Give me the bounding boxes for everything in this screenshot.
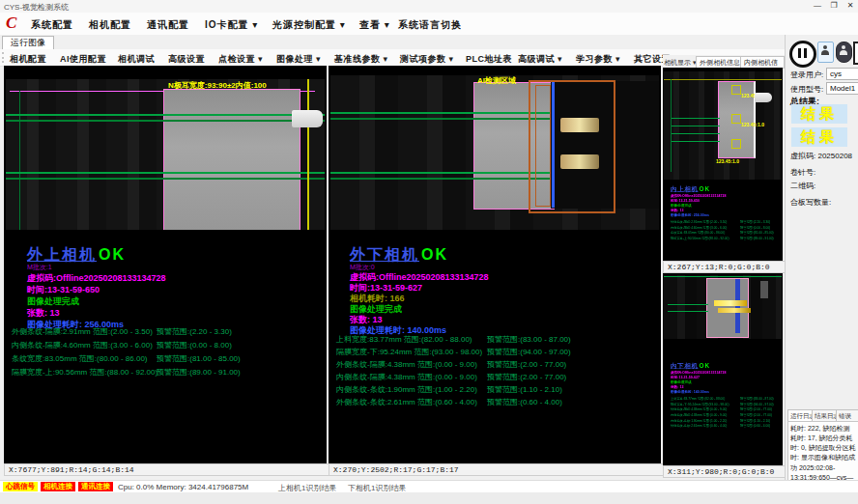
measure-line <box>672 126 720 126</box>
camera-name: 外上相机 <box>27 246 97 263</box>
result-ok: OK <box>99 246 126 264</box>
menu-bar: C 系统配置 相机配置 通讯配置 IO卡配置 ▾ 光源控制配置 ▾ 查看 ▾ 系… <box>0 13 858 36</box>
measure-line <box>672 141 720 142</box>
camera-display-label[interactable]: 相机显示 ▾ <box>664 58 696 68</box>
login-user-label: 登录用户: <box>790 70 823 80</box>
tool-image-process[interactable]: 图像处理 ▾ <box>276 53 321 66</box>
menu-light-config[interactable]: 光源控制配置 ▾ <box>272 18 346 32</box>
ruler-line <box>664 79 782 80</box>
camera-name: 外下相机 <box>350 246 419 263</box>
menu-view[interactable]: 查看 ▾ <box>359 18 390 32</box>
warn-range: 预警范围:(0.00 - 8.00) <box>740 226 770 230</box>
title-bar: CYS-视觉检测系统 — ❐ ✕ <box>0 0 858 14</box>
camera-view-outer-lower[interactable]: AI检测区域 <box>330 75 659 230</box>
exit-button[interactable]: ➜ <box>853 42 858 65</box>
warn-range: 预警范围:(0.60 - 4.00) <box>740 424 770 428</box>
mini-camera-view-upper[interactable]: 123.45:1.0 123.45:1.0 123.45:1.0 <box>664 71 782 180</box>
tool-learn-param[interactable]: 学习参数 ▾ <box>576 53 620 66</box>
toolbar-grip-icon <box>2 52 7 63</box>
defect-blob <box>560 154 599 169</box>
measure-value: 内侧条纹-条纹:1.90mm 范围:(1.00 - 2.20) <box>336 385 477 394</box>
edge-line <box>552 82 555 208</box>
qr-label: 二维码: <box>790 181 815 191</box>
user-switch-button[interactable] <box>836 42 852 63</box>
camera-view-outer-upper[interactable]: N极耳宽度:93:90±2内值:100 <box>6 79 325 230</box>
tab-run-image[interactable]: 运行图像 <box>2 36 54 49</box>
app-logo-icon: C <box>6 14 16 33</box>
comm-link-badge: 通讯连接 <box>78 482 113 491</box>
app-window: CYS-视觉检测系统 — ❐ ✕ C 系统配置 相机配置 通讯配置 IO卡配置 … <box>0 0 858 504</box>
measure-row: 内侧条纹-隔膜:4.38mm 范围:(0.00 - 9.00) 预警范围:(2.… <box>336 372 657 382</box>
mini-camera-view-lower[interactable] <box>664 275 782 339</box>
warn-range: 预警范围:(1.10 - 2.10) <box>487 384 562 395</box>
warn-range: 预警范围:(81.00 - 85.00) <box>740 231 774 235</box>
measure-value: 外侧条纹-隔膜:4.38mm 范围:(0.00 - 9.00) <box>336 360 477 369</box>
control-sidebar: ➜ 登录用户: cys 使用型号: Model1 总结果: 结果 结果 虚拟码:… <box>785 35 858 492</box>
pause-icon <box>798 48 801 58</box>
tool-plc-table[interactable]: PLC地址表 <box>466 53 512 66</box>
tab-connector-blob <box>292 110 323 127</box>
camera-panel-outer-lower: AI检测区域 外下相机OK M批次:0 虚拟码:Offline202502081… <box>329 66 661 463</box>
camera-name: 内上相机 <box>671 185 699 192</box>
maximize-icon[interactable]: ❐ <box>826 0 842 12</box>
model-field[interactable]: Model1 <box>826 82 858 95</box>
menu-io-config[interactable]: IO卡配置 ▾ <box>205 18 258 32</box>
edge-line <box>735 279 740 333</box>
roi-box <box>731 114 741 124</box>
guide-line <box>19 91 20 230</box>
login-user-field[interactable]: cys <box>826 68 858 80</box>
measure-line <box>668 311 708 312</box>
measure-row: 外侧条纹-隔膜:2.91mm 范围:(2.00 - 3.50) 预警范围:(2.… <box>12 326 321 337</box>
camera-name: 内下相机 <box>671 362 699 369</box>
write-count-label: 合板写数量: <box>790 197 831 208</box>
menu-comm-config[interactable]: 通讯配置 <box>147 18 189 32</box>
measure-line <box>330 118 553 120</box>
ai-detect-box-inner <box>535 85 551 207</box>
measure-row: 外侧条纹-隔膜:2.91mm 范围:(2.00 - 3.50) <box>671 220 727 224</box>
defect-blob <box>560 118 599 132</box>
roi-box <box>731 139 741 149</box>
tool-baseline-param[interactable]: 基准线参数 ▾ <box>334 53 388 66</box>
guide-line <box>664 276 782 277</box>
measure-row: 隔膜宽度-上:90.56mm 范围:(88.00 - 92.00) <box>671 237 729 240</box>
warn-range: 预警范围:(2.20 - 3.30) <box>740 220 770 224</box>
minimize-icon[interactable]: — <box>810 0 825 12</box>
menu-system-config[interactable]: 系统配置 <box>31 18 73 32</box>
camera-result-title: 内上相机OK <box>671 185 710 193</box>
tool-camera-debug[interactable]: 相机调试 <box>118 53 155 66</box>
menu-language-switch[interactable]: 系统语言切换 <box>398 18 462 32</box>
warn-range: 预警范围:(0.60 - 4.00) <box>487 397 562 407</box>
measure-line <box>330 172 553 174</box>
mini-panel-inner-lower: 内下相机OK 虚拟码:Offline20250208133134728 时间:1… <box>663 273 783 465</box>
image-annotation: N极耳宽度:93:90±2内值:100 <box>168 80 267 91</box>
image-annotation: AI检测区域 <box>477 75 516 86</box>
result-ok: OK <box>700 185 710 192</box>
measure-row: 外侧条纹-隔膜:4.38mm 范围:(0.00 - 9.00) <box>671 407 727 411</box>
warn-range: 预警范围:(1.10 - 2.10) <box>740 418 770 422</box>
tool-advanced-set[interactable]: 高级设置 <box>168 53 205 66</box>
pixel-coord-bar-left: X:7677;Y:891;R:14;G:14;B:14 <box>4 463 330 476</box>
vcode-value: 20250208 <box>817 152 852 160</box>
measure-value: 上料宽度:83.77mm 范围:(82.00 - 88.00) <box>336 335 472 344</box>
measure-row: 条纹宽度:83.05mm 范围:(80.00 - 86.00) 预警范围:(81… <box>12 353 321 364</box>
measure-row: 条纹宽度:83.05mm 范围:(80.00 - 86.00) <box>671 231 725 235</box>
tool-adv-debug[interactable]: 高级调试 ▾ <box>518 53 562 66</box>
camera-panel-outer-upper: N极耳宽度:93:90±2内值:100 外上相机OK M批次:1 虚拟码:Off… <box>4 66 327 463</box>
tool-ai-config[interactable]: AI使用配置 <box>60 53 106 66</box>
tool-spotcheck-set[interactable]: 点检设置 ▾ <box>218 53 263 66</box>
tool-test-param[interactable]: 测试项参数 ▾ <box>400 53 454 66</box>
warn-range: 预警范围:(94.00 - 97.00) <box>740 403 774 406</box>
batch-subtitle: M批次:1 <box>27 263 52 272</box>
tool-camera-config[interactable]: 相机配置 <box>10 53 46 66</box>
window-bottom-edge <box>0 492 858 504</box>
mini-tab-strip: 相机显示 ▾ 外侧相机信息 内侧相机信息 <box>663 55 785 68</box>
camera-link-badge: 相机连接 <box>41 482 75 491</box>
menu-camera-config[interactable]: 相机配置 <box>89 18 131 32</box>
heartbeat-badge: 心跳信号 <box>3 482 38 491</box>
measure-row: 上料宽度:83.77mm 范围:(82.00 - 88.00) 预警范围:(83… <box>336 334 657 345</box>
pause-button[interactable] <box>789 41 816 68</box>
close-icon[interactable]: ✕ <box>843 0 858 12</box>
roi-annotation: 123.45:1.0 <box>741 122 764 127</box>
log-tab-strip: 运行日志 结果日志 错误日志 <box>787 409 858 421</box>
user-login-button[interactable] <box>817 42 834 63</box>
